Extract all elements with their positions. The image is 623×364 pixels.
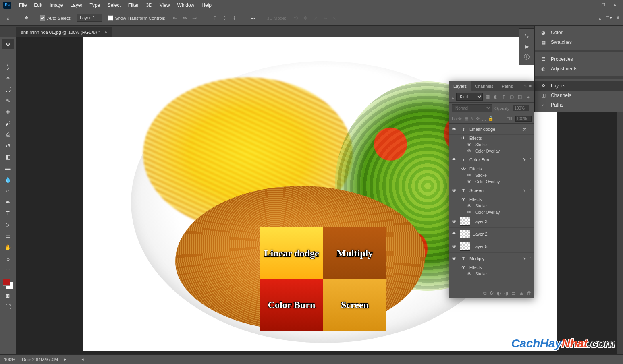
visibility-icon[interactable]: 👁 bbox=[452, 219, 457, 224]
effect-item[interactable]: 👁Color Overlay bbox=[449, 148, 534, 154]
align-right-icon[interactable]: ⇥ bbox=[190, 14, 199, 23]
chevron-down-icon[interactable]: ˄ bbox=[530, 158, 532, 162]
fx-badge[interactable]: fx bbox=[522, 256, 526, 261]
clone-stamp-tool[interactable]: ⎙ bbox=[2, 130, 14, 139]
lasso-tool[interactable]: ⟆ bbox=[2, 62, 14, 72]
chevron-down-icon[interactable]: ˄ bbox=[530, 188, 532, 192]
new-fill-icon[interactable]: ◑ bbox=[504, 290, 508, 296]
effects-row[interactable]: 👁Effects bbox=[449, 165, 534, 172]
effect-item[interactable]: 👁Stroke bbox=[449, 203, 534, 209]
visibility-icon[interactable]: 👁 bbox=[461, 166, 467, 171]
panel-adjustments[interactable]: ◐Adjustments bbox=[535, 64, 623, 74]
visibility-icon[interactable]: 👁 bbox=[461, 136, 467, 141]
dodge-tool[interactable]: ○ bbox=[2, 186, 14, 196]
layer-name[interactable]: Layer 2 bbox=[473, 232, 532, 236]
panel-color[interactable]: ◕Color bbox=[535, 28, 623, 37]
gradient-tool[interactable]: ▬ bbox=[2, 163, 14, 173]
menu-edit[interactable]: Edit bbox=[30, 2, 46, 8]
layer-name[interactable]: Color Burn bbox=[469, 157, 520, 162]
panel-properties[interactable]: ☰Properties bbox=[535, 54, 623, 64]
menu-filter[interactable]: Filter bbox=[125, 2, 143, 8]
type-tool[interactable]: T bbox=[2, 209, 14, 218]
layer-name[interactable]: Layer 3 bbox=[473, 219, 532, 224]
home-button[interactable]: ⌂ bbox=[3, 13, 13, 23]
layer-thumbnail[interactable] bbox=[460, 230, 470, 238]
rectangle-tool[interactable]: ▭ bbox=[2, 231, 14, 241]
fx-badge[interactable]: fx bbox=[522, 188, 526, 193]
document-tab[interactable]: anh minh hoa 01.jpg @ 100% (RGB/8) * ✕ bbox=[16, 27, 112, 37]
lock-all-icon[interactable]: 🔒 bbox=[488, 116, 494, 121]
maximize-button[interactable]: ☐ bbox=[598, 2, 608, 9]
fx-badge[interactable]: fx bbox=[522, 157, 526, 162]
panel-channels[interactable]: ◫Channels bbox=[535, 91, 623, 100]
layer-row[interactable]: 👁TMultiplyfx˄ bbox=[449, 253, 534, 264]
tab-channels[interactable]: Channels bbox=[471, 81, 497, 91]
layer-row[interactable]: 👁TColor Burnfx˄ bbox=[449, 154, 534, 165]
search-icon[interactable]: ⌕ bbox=[599, 16, 602, 21]
layer-fx-icon[interactable]: fx bbox=[490, 290, 494, 296]
filter-adjust-icon[interactable]: ◐ bbox=[492, 94, 499, 100]
chevron-down-icon[interactable]: ˄ bbox=[530, 127, 532, 131]
filter-kind-select[interactable]: Kind bbox=[456, 93, 483, 101]
menu-view[interactable]: View bbox=[156, 2, 174, 8]
color-swatches[interactable] bbox=[3, 279, 13, 289]
filter-shape-icon[interactable]: ▢ bbox=[509, 94, 515, 100]
visibility-icon[interactable]: 👁 bbox=[461, 265, 467, 270]
visibility-icon[interactable]: 👁 bbox=[467, 271, 473, 276]
layer-row[interactable]: 👁Layer 5 bbox=[449, 240, 534, 253]
menu-select[interactable]: Select bbox=[104, 2, 124, 8]
tab-layers[interactable]: Layers bbox=[449, 81, 471, 91]
visibility-icon[interactable]: 👁 bbox=[452, 244, 457, 249]
close-tab-icon[interactable]: ✕ bbox=[104, 29, 108, 35]
blend-mode-select[interactable]: Normal bbox=[452, 104, 492, 112]
history-panel-icon[interactable]: ⇆ bbox=[524, 33, 529, 39]
pen-tool[interactable]: ✒ bbox=[2, 197, 14, 207]
panel-swatches[interactable]: ▦Swatches bbox=[535, 37, 623, 47]
magic-wand-tool[interactable]: ✧ bbox=[2, 73, 14, 83]
layer-row[interactable]: 👁Layer 2 bbox=[449, 228, 534, 240]
filter-toggle-icon[interactable]: ● bbox=[525, 94, 532, 100]
visibility-icon[interactable]: 👁 bbox=[467, 173, 473, 178]
filter-type-icon[interactable]: T bbox=[500, 94, 507, 100]
layer-name[interactable]: Linear dodge bbox=[469, 127, 520, 132]
effect-item[interactable]: 👁Color Overlay bbox=[449, 178, 534, 185]
doc-size[interactable]: Doc: 2.84M/37.0M bbox=[22, 357, 58, 362]
filter-smart-icon[interactable]: ◫ bbox=[517, 94, 523, 100]
foreground-color[interactable] bbox=[3, 279, 10, 286]
filter-pixel-icon[interactable]: ▦ bbox=[484, 94, 491, 100]
eraser-tool[interactable]: ◧ bbox=[2, 152, 14, 162]
visibility-icon[interactable]: 👁 bbox=[461, 197, 467, 202]
info-panel-icon[interactable]: ⓘ bbox=[524, 54, 530, 61]
lock-move-icon[interactable]: ✥ bbox=[476, 116, 480, 121]
effects-row[interactable]: 👁Effects bbox=[449, 196, 534, 203]
layer-name[interactable]: Multiply bbox=[469, 256, 520, 261]
fx-badge[interactable]: fx bbox=[522, 127, 526, 132]
visibility-icon[interactable]: 👁 bbox=[467, 149, 473, 153]
align-bottom-icon[interactable]: ⇣ bbox=[230, 14, 239, 23]
auto-select-checkbox[interactable]: Auto-Select: bbox=[40, 15, 71, 21]
layer-row[interactable]: 👁TLinear dodgefx˄ bbox=[449, 124, 534, 135]
delete-layer-icon[interactable]: 🗑 bbox=[527, 290, 532, 296]
scroll-left-icon[interactable]: ◂ bbox=[81, 357, 84, 362]
layer-thumbnail[interactable] bbox=[460, 242, 470, 251]
panel-menu-icon[interactable]: ≡ bbox=[529, 84, 532, 89]
menu-help[interactable]: Help bbox=[198, 2, 215, 8]
effect-item[interactable]: 👁Color Overlay bbox=[449, 209, 534, 215]
layer-mask-icon[interactable]: ◐ bbox=[497, 290, 501, 296]
lock-position-icon[interactable]: ✎ bbox=[470, 116, 474, 121]
new-group-icon[interactable]: 🗀 bbox=[511, 290, 516, 296]
new-layer-icon[interactable]: ⊞ bbox=[519, 290, 523, 296]
effects-row[interactable]: 👁Effects bbox=[449, 135, 534, 141]
layer-thumbnail[interactable] bbox=[460, 217, 470, 226]
actions-panel-icon[interactable]: ▶ bbox=[525, 43, 529, 50]
auto-select-input[interactable] bbox=[40, 15, 45, 21]
crop-tool[interactable]: ⛶ bbox=[2, 85, 14, 94]
chevron-down-icon[interactable]: ˄ bbox=[530, 256, 532, 261]
quick-mask-tool[interactable]: ◙ bbox=[2, 291, 14, 300]
visibility-icon[interactable]: 👁 bbox=[452, 231, 457, 237]
layer-name[interactable]: Screen bbox=[469, 188, 520, 193]
align-left-icon[interactable]: ⇤ bbox=[171, 14, 180, 23]
align-middle-icon[interactable]: ⇕ bbox=[220, 14, 229, 23]
close-button[interactable]: ✕ bbox=[609, 2, 620, 9]
expand-panel-icon[interactable]: » bbox=[524, 84, 526, 89]
